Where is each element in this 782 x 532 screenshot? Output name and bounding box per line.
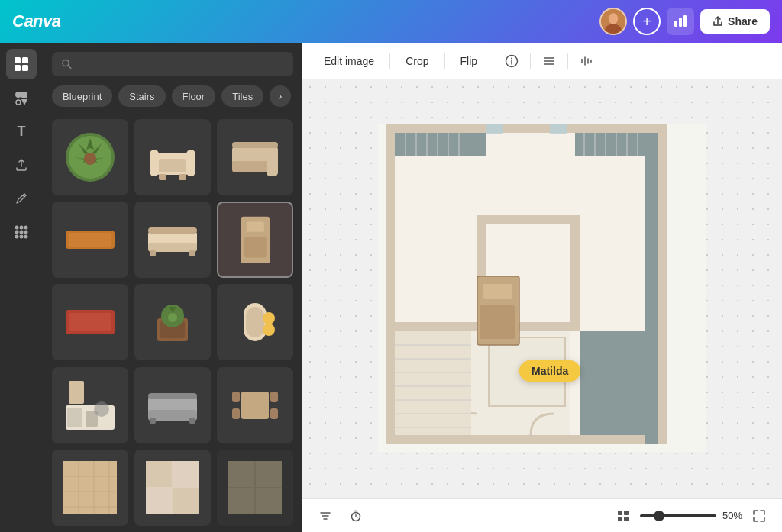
svg-rect-95 [386,435,667,444]
add-button[interactable]: + [633,8,661,35]
zoom-slider[interactable] [640,514,716,517]
svg-rect-135 [624,511,629,515]
header-right: + Share [599,8,770,35]
svg-rect-93 [386,124,395,444]
svg-rect-35 [267,146,278,176]
svg-rect-100 [570,215,580,331]
svg-rect-32 [179,174,186,180]
bottom-left [315,505,367,527]
svg-rect-8 [15,65,21,71]
svg-rect-66 [150,418,156,424]
elements-grid [43,113,302,532]
toolbar-divider-4 [530,53,531,69]
fullscreen-button[interactable] [748,505,770,527]
element-sofa-corner[interactable] [217,119,293,195]
element-active[interactable] [217,202,293,278]
svg-rect-42 [148,227,197,234]
svg-rect-94 [658,124,667,444]
svg-rect-137 [624,517,629,521]
flip-button[interactable]: Flip [451,50,487,72]
share-label: Share [728,15,758,27]
sidebar-item-draw[interactable] [6,183,37,214]
tags-row: Blueprint Stairs Floor Tiles › [43,82,302,113]
audio-button[interactable] [574,49,599,73]
svg-rect-39 [69,233,111,247]
svg-rect-106 [645,133,658,444]
svg-rect-82 [173,488,199,514]
element-table-chairs[interactable] [217,367,293,443]
share-button[interactable]: Share [700,9,770,34]
element-plant-table[interactable] [134,284,211,360]
tag-blueprint[interactable]: Blueprint [52,85,112,107]
svg-rect-46 [246,221,263,231]
element-floor-3[interactable] [217,450,293,526]
svg-rect-55 [246,307,264,337]
svg-rect-41 [148,243,197,252]
edit-image-button[interactable]: Edit image [315,50,383,72]
svg-rect-81 [146,461,172,487]
svg-rect-62 [69,381,84,404]
svg-rect-6 [15,57,21,63]
search-input[interactable] [79,58,284,70]
sidebar-item-grid[interactable] [6,49,37,79]
svg-rect-131 [483,284,512,299]
analytics-button[interactable] [667,8,694,35]
tag-more-button[interactable]: › [270,85,291,107]
element-armchair[interactable] [134,119,211,195]
svg-point-16 [24,226,28,230]
sidebar-item-apps[interactable] [6,217,37,247]
svg-rect-49 [69,313,111,331]
toolbar-divider-3 [493,53,493,69]
element-floor-1[interactable] [52,450,128,526]
svg-rect-68 [241,392,269,419]
grid-view-button[interactable] [612,505,634,527]
element-floor-2[interactable] [134,450,211,526]
svg-rect-7 [22,57,28,63]
svg-rect-92 [386,124,667,133]
avatar[interactable] [599,8,627,35]
sort-button[interactable] [315,505,336,527]
tag-tiles[interactable]: Tiles [221,85,263,107]
svg-rect-11 [21,92,27,98]
svg-rect-72 [270,408,278,419]
element-sofa-gray[interactable] [134,367,211,443]
element-desk-items[interactable] [52,367,128,443]
sidebar-item-elements[interactable] [6,82,37,113]
svg-rect-4 [679,18,682,27]
timer-button[interactable] [345,505,367,527]
toolbar: Edit image Crop Flip [302,43,782,79]
main-area: T [0,43,782,532]
cursor-tooltip: Matilda [519,360,580,382]
svg-rect-107 [486,124,503,134]
element-plant[interactable] [52,119,128,195]
element-ottoman[interactable] [217,284,293,360]
zoom-label: 50% [722,510,742,521]
element-rug-red[interactable] [52,284,128,360]
svg-point-18 [20,231,24,234]
bottom-right: 50% [612,505,770,527]
bottom-bar: 50% [302,498,782,532]
sidebar-item-upload[interactable] [6,150,37,180]
crop-button[interactable]: Crop [396,50,438,72]
svg-rect-28 [157,159,188,172]
svg-point-17 [15,231,19,234]
svg-rect-108 [550,124,567,134]
svg-rect-30 [186,150,196,176]
search-input-wrap[interactable] [52,52,293,76]
canvas-viewport[interactable]: Matilda [302,79,782,498]
sidebar-item-text[interactable]: T [6,116,37,147]
svg-point-57 [263,324,275,336]
svg-rect-59 [67,408,82,427]
menu-button[interactable] [537,49,561,73]
element-sofa-long[interactable] [134,202,211,278]
tag-floor[interactable]: Floor [172,85,216,107]
svg-rect-134 [618,511,622,515]
tag-stairs[interactable]: Stairs [118,85,165,107]
svg-rect-132 [480,305,515,339]
svg-rect-5 [683,15,687,27]
svg-rect-102 [477,215,580,224]
toolbar-divider-5 [567,53,568,69]
element-rug-brown[interactable] [52,202,128,278]
svg-rect-43 [150,250,156,256]
info-button[interactable] [499,49,524,73]
